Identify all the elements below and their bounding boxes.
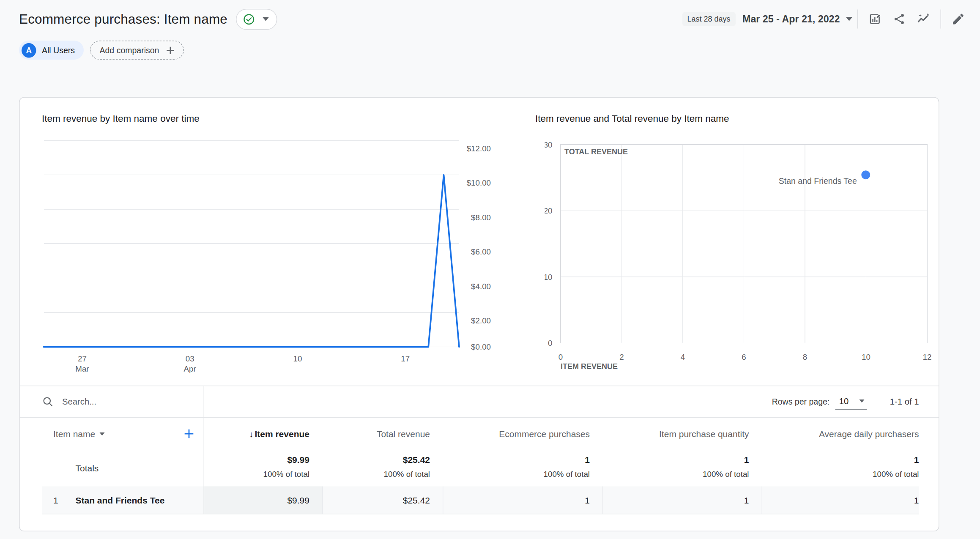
svg-text:20: 20	[545, 206, 553, 215]
svg-text:$0.00: $0.00	[471, 342, 491, 351]
plus-icon	[165, 45, 176, 56]
row-cell-total-revenue: $25.42	[322, 487, 443, 514]
column-header-item-revenue[interactable]: ↓Item revenue	[204, 429, 323, 439]
svg-text:ITEM REVENUE: ITEM REVENUE	[561, 362, 618, 371]
search-icon	[42, 396, 54, 408]
report-card: Item revenue by Item name over time Item…	[19, 97, 939, 532]
svg-text:10: 10	[862, 353, 871, 361]
svg-text:$10.00: $10.00	[467, 178, 491, 187]
svg-text:$12.00: $12.00	[467, 144, 491, 153]
insights-button[interactable]	[912, 7, 936, 31]
svg-text:TOTAL REVENUE: TOTAL REVENUE	[564, 148, 628, 156]
date-range-picker[interactable]: Mar 25 - Apr 21, 2022	[742, 14, 852, 25]
all-users-label: All Users	[42, 45, 75, 55]
svg-text:$2.00: $2.00	[471, 316, 491, 325]
svg-text:10: 10	[293, 354, 302, 363]
share-icon	[892, 12, 906, 26]
svg-text:Mar: Mar	[75, 364, 89, 373]
svg-text:$4.00: $4.00	[471, 282, 491, 291]
scatter-chart[interactable]: 0246810120102030TOTAL REVENUEITEM REVENU…	[545, 134, 933, 383]
all-users-chip[interactable]: A All Users	[19, 41, 84, 60]
report-table: Rows per page: 10 1-1 of 1 Item name	[20, 386, 939, 514]
row-dimension-cell: 1 Stan and Friends Tee	[42, 487, 204, 514]
rows-per-page-select[interactable]: 10	[835, 394, 867, 409]
comparison-chips: A All Users Add comparison	[19, 41, 184, 60]
add-comparison-label: Add comparison	[100, 45, 159, 55]
line-chart[interactable]: $0.00$2.00$4.00$6.00$8.00$10.00$12.0027M…	[42, 134, 493, 383]
svg-text:6: 6	[742, 353, 746, 361]
table-toolbar: Rows per page: 10 1-1 of 1	[20, 386, 939, 418]
edit-icon	[951, 12, 965, 26]
plus-icon	[182, 427, 196, 441]
page-title: Ecommerce purchases: Item name	[19, 11, 227, 27]
row-cell-item-revenue: $9.99	[204, 487, 323, 514]
svg-text:$8.00: $8.00	[471, 213, 491, 222]
table-header-row: Item name ↓Item revenue Total revenu	[42, 418, 919, 450]
search-input[interactable]	[61, 397, 178, 408]
totals-cell: 1 100% of total	[602, 450, 762, 487]
column-divider	[204, 386, 205, 514]
totals-row: Totals $9.99 100% of total $25.42 100% o…	[42, 450, 919, 487]
customize-report-icon	[868, 12, 882, 26]
table-pagination-controls: Rows per page: 10 1-1 of 1	[772, 394, 919, 409]
report-status-button[interactable]	[235, 8, 277, 30]
totals-cell: 1 100% of total	[443, 450, 602, 487]
table-row: 1 Stan and Friends Tee $9.99 $25.42 1 1 …	[42, 487, 919, 514]
svg-text:8: 8	[803, 353, 807, 361]
svg-text:4: 4	[681, 353, 685, 361]
pagination-status: 1-1 of 1	[890, 397, 919, 407]
sort-descending-icon: ↓	[249, 430, 254, 439]
insights-icon	[917, 12, 931, 26]
column-header-total-revenue[interactable]: Total revenue	[322, 429, 443, 439]
row-rank: 1	[53, 495, 76, 505]
row-cell-ecommerce-purchases: 1	[443, 487, 602, 514]
divider	[857, 10, 858, 29]
svg-text:17: 17	[401, 354, 410, 363]
totals-cell: $9.99 100% of total	[204, 450, 323, 487]
add-metric-button[interactable]	[182, 427, 196, 441]
date-preset-badge: Last 28 days	[682, 12, 735, 26]
svg-text:12: 12	[923, 353, 932, 361]
row-cell-average-daily-purchasers: 1	[762, 487, 919, 514]
column-header-item-purchase-quantity[interactable]: Item purchase quantity	[602, 429, 762, 439]
svg-text:10: 10	[545, 273, 553, 282]
caret-down-icon	[100, 432, 105, 435]
totals-label: Totals	[42, 450, 204, 487]
dimension-header-cell: Item name	[42, 427, 204, 441]
svg-text:$6.00: $6.00	[471, 247, 491, 256]
table-search[interactable]	[42, 396, 188, 408]
caret-down-icon	[860, 399, 865, 402]
date-range-text: Mar 25 - Apr 21, 2022	[742, 14, 840, 25]
edit-report-button[interactable]	[946, 7, 970, 31]
svg-text:0: 0	[548, 339, 552, 347]
divider	[941, 10, 942, 29]
row-cell-item-purchase-quantity: 1	[602, 487, 762, 514]
share-button[interactable]	[887, 7, 912, 31]
rows-per-page-label: Rows per page:	[772, 397, 830, 407]
line-chart-title: Item revenue by Item name over time	[42, 113, 200, 124]
svg-text:0: 0	[558, 353, 563, 361]
check-circle-icon	[242, 12, 255, 26]
totals-cell: $25.42 100% of total	[322, 450, 443, 487]
scatter-chart-title: Item revenue and Total revenue by Item n…	[535, 113, 729, 124]
svg-text:2: 2	[619, 353, 624, 361]
svg-text:03: 03	[186, 354, 194, 363]
column-header-ecommerce-purchases[interactable]: Ecommerce purchases	[443, 429, 602, 439]
totals-cell: 1 100% of total	[762, 450, 919, 487]
add-comparison-button[interactable]: Add comparison	[90, 41, 184, 60]
report-header: Ecommerce purchases: Item name Last 28 d…	[19, 5, 970, 33]
svg-text:Stan and Friends Tee: Stan and Friends Tee	[779, 176, 857, 186]
comparison-avatar: A	[22, 43, 36, 57]
ga4-report-page: Ecommerce purchases: Item name Last 28 d…	[0, 0, 980, 539]
caret-down-icon	[262, 17, 268, 21]
rows-per-page-value: 10	[839, 396, 849, 406]
caret-down-icon	[846, 17, 852, 21]
column-header-average-daily-purchasers[interactable]: Average daily purchasers	[762, 429, 919, 439]
header-actions: Last 28 days Mar 25 - Apr 21, 2022	[682, 7, 970, 31]
svg-text:27: 27	[78, 354, 87, 363]
row-item-name: Stan and Friends Tee	[76, 495, 165, 505]
customize-report-button[interactable]	[863, 7, 887, 31]
svg-text:Apr: Apr	[184, 364, 196, 373]
svg-text:30: 30	[545, 140, 553, 149]
column-header-item-name[interactable]: Item name	[53, 429, 105, 439]
